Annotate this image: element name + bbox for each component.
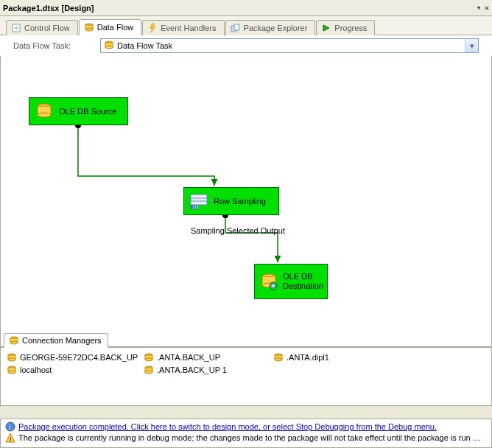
svg-point-31 <box>145 358 152 361</box>
status-info-link[interactable]: Package execution completed. Click here … <box>18 421 437 433</box>
connection-managers-panel: Connection Managers GEORGE-59E72DC4.BACK… <box>0 347 492 406</box>
status-info-line: i Package execution completed. Click her… <box>5 421 487 433</box>
database-source-icon <box>34 101 55 122</box>
connection-name: GEORGE-59E72DC4.BACK_UP <box>20 353 138 362</box>
connection-managers-title: Connection Managers <box>22 336 102 345</box>
connection-name: .ANTA.BACK_UP 1 <box>157 365 227 374</box>
database-icon <box>144 352 154 363</box>
svg-point-37 <box>8 371 15 374</box>
database-icon <box>7 365 17 375</box>
svg-text:i: i <box>9 423 11 431</box>
svg-point-34 <box>275 358 282 361</box>
status-warn-text: The package is currently running in debu… <box>18 433 482 444</box>
node-label: OLE DB Source <box>59 107 116 116</box>
task-label: Data Flow Task: <box>13 41 71 50</box>
warning-icon: ! <box>5 433 15 443</box>
title-bar: Package1.dtsx [Design] ▾ ✕ <box>0 0 492 16</box>
status-warn-line: ! The package is currently running in de… <box>5 433 487 444</box>
tab-event-handlers[interactable]: Event Handlers <box>142 20 224 35</box>
tab-data-flow[interactable]: Data Flow <box>79 19 142 35</box>
tab-progress[interactable]: Progress <box>316 20 375 35</box>
dropdown-icon[interactable]: ▾ <box>477 3 482 13</box>
connection-managers-icon <box>9 335 19 346</box>
dataflow-task-icon <box>104 40 114 52</box>
node-oledb-source[interactable]: OLE DB Source <box>29 97 128 125</box>
node-label-line1: OLE DB <box>283 272 312 281</box>
design-canvas[interactable]: OLE DB Source 123 Row Sampling Sampling … <box>0 56 492 347</box>
progress-icon <box>321 23 331 33</box>
connection-item[interactable]: .ANTA.BACK_UP <box>144 352 269 363</box>
node-oledb-destination[interactable]: OLE DB Destination <box>254 264 328 299</box>
svg-text:123: 123 <box>192 205 199 209</box>
tab-label: Control Flow <box>24 24 70 32</box>
tab-label: Event Handlers <box>161 24 216 32</box>
tab-package-explorer[interactable]: Package Explorer <box>225 20 316 35</box>
close-icon[interactable]: ✕ <box>484 3 489 13</box>
control-flow-icon <box>11 23 21 33</box>
task-dropdown[interactable]: Data Flow Task ▾ <box>100 38 479 53</box>
connection-item[interactable]: GEORGE-59E72DC4.BACK_UP <box>7 352 139 363</box>
svg-rect-5 <box>234 24 239 30</box>
svg-point-13 <box>38 113 51 117</box>
connection-name: .ANTA.dipl1 <box>287 353 329 362</box>
info-icon: i <box>5 421 15 432</box>
data-flow-icon <box>84 22 94 32</box>
task-row: Data Flow Task: Data Flow Task ▾ <box>0 35 492 56</box>
connection-item[interactable]: .ANTA.BACK_UP 1 <box>144 365 269 375</box>
tab-label: Progress <box>334 24 367 32</box>
svg-rect-14 <box>191 195 207 205</box>
svg-point-28 <box>8 358 15 361</box>
status-panel: i Package execution completed. Click her… <box>0 419 492 448</box>
database-destination-icon <box>259 271 278 292</box>
tab-label: Package Explorer <box>244 24 308 32</box>
database-icon <box>7 352 17 363</box>
window-controls: ▾ ✕ <box>477 3 489 13</box>
node-row-sampling[interactable]: 123 Row Sampling <box>183 187 279 215</box>
row-sampling-icon: 123 <box>189 191 209 211</box>
task-selected-value: Data Flow Task <box>117 41 172 50</box>
connection-item[interactable]: localhost <box>7 365 139 375</box>
node-label: OLE DB Destination <box>283 272 323 291</box>
svg-point-8 <box>105 46 113 49</box>
svg-point-40 <box>145 371 152 374</box>
database-icon <box>144 365 154 375</box>
chevron-down-icon[interactable]: ▾ <box>465 39 478 52</box>
svg-text:!: ! <box>10 435 12 443</box>
connection-name: .ANTA.BACK_UP <box>157 353 220 362</box>
svg-point-3 <box>85 28 93 31</box>
tab-label: Data Flow <box>97 23 134 32</box>
connection-list: GEORGE-59E72DC4.BACK_UP .ANTA.BACK_UP .A… <box>1 348 491 379</box>
connector-label: Sampling Selected Output <box>191 226 285 235</box>
window-title: Package1.dtsx [Design] <box>3 4 94 13</box>
tab-strip: Control Flow Data Flow Event Handlers Pa… <box>0 16 492 35</box>
svg-point-25 <box>10 341 18 344</box>
event-handlers-icon <box>147 23 158 33</box>
connection-item[interactable]: .ANTA.dipl1 <box>273 352 398 363</box>
connection-managers-tab[interactable]: Connection Managers <box>4 333 108 348</box>
database-icon <box>273 352 284 363</box>
connection-name: localhost <box>20 365 52 374</box>
node-label: Row Sampling <box>214 197 266 206</box>
node-label-line2: Destination <box>283 281 323 290</box>
package-explorer-icon <box>231 23 241 33</box>
tab-control-flow[interactable]: Control Flow <box>6 20 78 35</box>
